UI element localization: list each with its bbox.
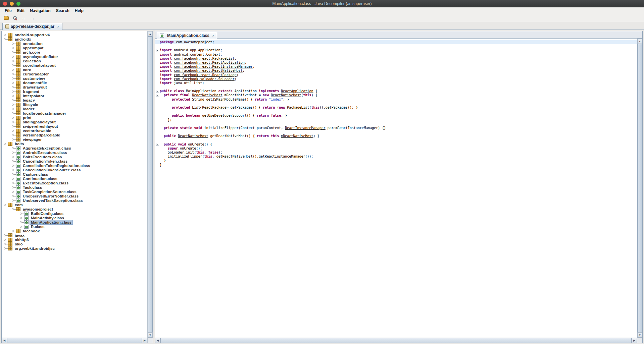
tree-expand-handle[interactable]	[11, 172, 16, 176]
code-link[interactable]: ReactPackage	[202, 106, 226, 109]
tree-expand-handle[interactable]	[3, 233, 8, 237]
tree-item[interactable]: viewpager	[3, 137, 147, 141]
code-link[interactable]: ReactNativeHost	[178, 134, 208, 138]
tree-expand-handle[interactable]	[11, 107, 16, 111]
code-hscrollbar-track[interactable]	[160, 338, 632, 343]
search-button[interactable]	[12, 15, 18, 21]
tree-expand-handle[interactable]	[11, 159, 16, 163]
tree-item[interactable]: TaskCompletionSource.class	[3, 189, 147, 194]
tree-scrollbar-thumb[interactable]	[148, 37, 153, 332]
tree-item[interactable]: swiperefreshlayout	[3, 124, 147, 128]
code-link[interactable]: com.facebook.react.ReactNativeHost	[174, 69, 243, 72]
tree-expand-handle[interactable]	[11, 72, 16, 76]
code-horizontal-scrollbar[interactable]: ◀ ▶	[155, 338, 637, 343]
code-link[interactable]: SoLoader	[168, 151, 184, 154]
tree-item[interactable]: cursoradapter	[3, 72, 147, 76]
code-link[interactable]: getReactInstanceManager	[259, 155, 305, 158]
tree-expand-handle[interactable]	[3, 141, 8, 146]
tree-item[interactable]: annotation	[3, 41, 147, 46]
tree-item[interactable]: slidingpanelayout	[3, 120, 147, 124]
menu-navigation[interactable]: Navigation	[27, 7, 53, 14]
tree-item[interactable]: javax	[3, 233, 147, 237]
code-scroll-right-button[interactable]: ▶	[632, 338, 637, 343]
tree-hscrollbar-track[interactable]	[7, 338, 142, 343]
tree-expand-handle[interactable]	[11, 189, 16, 194]
tree-expand-handle[interactable]	[11, 41, 16, 46]
tree-item[interactable]: coordinatorlayout	[3, 63, 147, 67]
tree-expand-handle[interactable]	[11, 120, 16, 124]
tree-expand-handle[interactable]	[11, 133, 16, 137]
tree-item[interactable]: MainActivity.class	[3, 216, 147, 220]
tree-scrollbar-track[interactable]	[148, 37, 153, 332]
close-button[interactable]	[3, 2, 7, 6]
tree-item[interactable]: BoltsExecutors.class	[3, 155, 147, 159]
tree-expand-handle[interactable]	[11, 89, 16, 94]
tree-expand-handle[interactable]	[11, 115, 16, 120]
tree-expand-handle[interactable]	[19, 220, 24, 224]
tree-item[interactable]: print	[3, 115, 147, 120]
tree-item[interactable]: vectordrawable	[3, 128, 147, 133]
tree-expand-handle[interactable]	[11, 98, 16, 102]
minimize-button[interactable]	[10, 2, 14, 6]
tree-vertical-scrollbar[interactable]: ▲ ▼	[147, 31, 153, 338]
maximize-button[interactable]	[16, 2, 20, 6]
tree-item[interactable]: BuildConfig.class	[3, 211, 147, 216]
tree-expand-handle[interactable]	[3, 246, 8, 250]
tree-item[interactable]: collection	[3, 59, 147, 63]
tree-expand-handle[interactable]	[11, 168, 16, 172]
tree-expand-handle[interactable]	[11, 85, 16, 89]
tree-item[interactable]: interpolator	[3, 94, 147, 98]
tree-item[interactable]: okhttp3	[3, 237, 147, 242]
tree-item[interactable]: CancellationTokenSource.class	[3, 168, 147, 172]
tree-expand-handle[interactable]	[11, 50, 16, 54]
collapse-icon[interactable]	[156, 143, 159, 146]
tree-item[interactable]: Task.class	[3, 185, 147, 189]
tree-item[interactable]: bolts	[3, 141, 147, 146]
tree-item[interactable]: AggregateException.class	[3, 146, 147, 150]
tree-hscrollbar-thumb[interactable]	[7, 338, 142, 343]
code-link[interactable]: PackageList	[287, 106, 309, 109]
tree-item[interactable]: Continuation.class	[3, 176, 147, 181]
collapse-icon[interactable]	[156, 90, 159, 93]
tree-expand-handle[interactable]	[11, 54, 16, 59]
tree-expand-handle[interactable]	[11, 150, 16, 155]
collapse-icon[interactable]	[156, 94, 159, 97]
code-link[interactable]: ReactNativeHost	[271, 93, 301, 97]
code-link[interactable]: init	[186, 151, 194, 154]
navigate-back-button[interactable]: ←	[20, 15, 27, 21]
tree-item[interactable]: fragment	[3, 89, 147, 94]
tree-expand-handle[interactable]	[11, 198, 16, 203]
code-scrollbar-thumb[interactable]	[637, 44, 642, 332]
tab-jar[interactable]: app-release-dex2jar.jar ×	[2, 23, 62, 30]
tree-expand-handle[interactable]	[11, 176, 16, 181]
tree-expand-handle[interactable]	[3, 33, 8, 37]
tree-item[interactable]: customview	[3, 76, 147, 80]
code-link[interactable]: com.facebook.react.ReactInstanceManager	[174, 65, 253, 68]
tree-item[interactable]: UnobservedErrorNotifier.class	[3, 194, 147, 198]
tree-expand-handle[interactable]	[11, 229, 16, 233]
tree-item[interactable]: android.support.v4	[3, 33, 147, 37]
navigate-forward-button[interactable]: →	[29, 15, 36, 21]
code-scrollbar-track[interactable]	[637, 44, 642, 332]
tree-item[interactable]: localbroadcastmanager	[3, 111, 147, 115]
tree-expand-handle[interactable]	[11, 76, 16, 80]
tree-expand-handle[interactable]	[11, 137, 16, 141]
code-scroll-left-button[interactable]: ◀	[155, 338, 160, 343]
tree-expand-handle[interactable]	[11, 46, 16, 50]
code-hscrollbar-thumb[interactable]	[160, 338, 632, 343]
tree-expand-handle[interactable]	[11, 185, 16, 189]
tree-item[interactable]: androidx	[3, 37, 147, 41]
tree-scroll-left-button[interactable]: ◀	[2, 338, 7, 343]
code-scroll-down-button[interactable]: ▼	[637, 332, 642, 338]
code-link[interactable]: ReactApplication	[281, 89, 313, 93]
tree-expand-handle[interactable]	[11, 194, 16, 198]
tree-expand-handle[interactable]	[11, 155, 16, 159]
tree-expand-handle[interactable]	[3, 37, 8, 41]
tree-item[interactable]: okio	[3, 242, 147, 246]
tree-expand-handle[interactable]	[19, 211, 24, 216]
tree-scroll-right-button[interactable]: ▶	[142, 338, 147, 343]
code-link[interactable]: com.facebook.react.PackageList	[174, 57, 235, 60]
tree-expand-handle[interactable]	[11, 124, 16, 128]
collapse-icon[interactable]	[156, 49, 159, 52]
code-link[interactable]: com.facebook.react.ReactPackage	[174, 73, 237, 77]
